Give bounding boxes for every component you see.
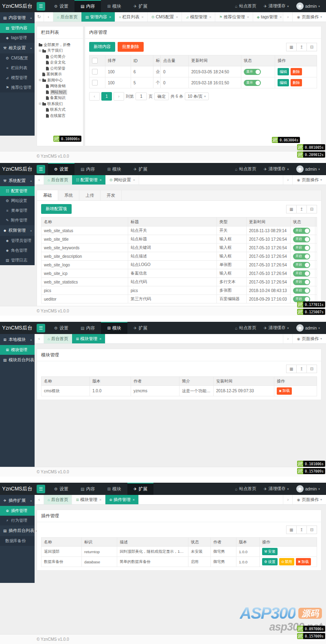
clear-cache-dropdown[interactable]: ✈ 清理缓存 ▾ [260,486,292,492]
clear-cache-dropdown[interactable]: ✈ 清理缓存 ▾ [260,325,292,331]
top-nav-item[interactable]: ✈ 扩展 [127,483,153,495]
status-toggle[interactable]: 显示 [244,69,261,75]
tabs-forward-button[interactable]: › [283,12,292,22]
tabs-back-button[interactable]: ‹ [44,12,53,22]
top-nav-item[interactable]: ✈ 扩展 [127,0,153,12]
thinkphp-trace-badge[interactable]: 0.157009s [297,468,325,474]
sidebar-group-header[interactable]: ▤ 模块后台列表 [0,355,35,365]
tab[interactable]: ⚑ 推荐位管理 × [215,12,253,22]
export-icon[interactable]: ↥ [296,365,307,373]
tree-node[interactable]: 案例展示 [39,72,81,78]
sidebar-item[interactable]: ⊕ 插件管理 [0,506,35,516]
tree-node[interactable]: ⊟ 联系我们 [39,101,81,107]
filter-columns-icon[interactable]: ▦ [286,365,297,373]
tree-node[interactable]: 在线留言 [39,113,81,119]
sidebar-item[interactable]: ▤ 管理日志 [0,255,35,265]
batch-delete-button[interactable]: 批量删除 [118,42,144,52]
current-page-button[interactable]: 1 [101,92,112,101]
sidebar-item[interactable]: ▤ 管理内容 [0,23,35,33]
export-icon[interactable]: ↥ [296,43,307,51]
filter-columns-icon[interactable]: ▦ [286,525,297,534]
tab-close-icon[interactable]: × [133,178,135,182]
sidebar-item[interactable]: 数据库备份 [0,536,35,546]
confirm-page-button[interactable]: 确定 [154,92,169,100]
sidebar-item[interactable]: ⚡ 行为管理 [0,516,35,525]
top-nav-item[interactable]: ▤ 内容 [74,0,101,12]
top-nav-item[interactable]: ⊞ 模块 [101,322,127,334]
tab-close-icon[interactable]: × [209,15,211,19]
print-icon[interactable]: ⊟ [306,525,317,534]
print-icon[interactable]: ⊟ [306,43,317,51]
add-config-button[interactable]: 新增配置项 [41,204,72,214]
user-menu[interactable]: ☻ admin ▾ [293,2,324,10]
tab[interactable]: ☷ 配置管理 × [72,175,105,185]
tab[interactable]: ⌂ 后台首页 [44,495,72,504]
tab[interactable]: ≡ 栏目列表 × [115,12,148,22]
prev-page-button[interactable]: ‹ [89,92,100,101]
tab[interactable]: ◆ tags管理 × [253,12,283,22]
uninstall-button[interactable]: ✖卸载 [277,387,292,395]
sidebar-item[interactable]: ⚙ 网站设置 [0,196,35,206]
thinkphp-trace-badge[interactable]: 0.209012s [297,152,325,158]
tab[interactable]: ▤ 管理内容 × [81,12,115,22]
tabs-back-button[interactable]: ‹ [35,334,44,343]
print-icon[interactable]: ⊟ [306,365,317,373]
collapse-icon[interactable]: ⊟ [39,79,42,82]
tab[interactable]: ⌂ 后台首页 [53,12,81,22]
collapse-icon[interactable]: ⊟ [39,102,42,106]
status-toggle[interactable]: 开启 [293,262,310,268]
tab[interactable]: ⚙ CMS配置 × [148,12,182,22]
sidebar-toggle-button[interactable]: ☰ [37,2,45,11]
sidebar-toggle-button[interactable]: ☰ [37,324,45,332]
sidebar-item[interactable]: ⊞ 模块管理 [0,345,35,355]
tab[interactable]: ⊕ 插件管理 × [105,495,139,504]
thinkphp-trace-badge[interactable]: 0.108006s [53,136,81,142]
top-nav-item[interactable]: ▤ 内容 [74,483,101,495]
sidebar-group-header[interactable]: ▤ 内容管理 ▴ [0,13,35,23]
filter-columns-icon[interactable]: ▦ [286,205,297,213]
tabs-back-button[interactable]: ‹ [35,495,44,504]
sidebar-toggle-button[interactable]: ☰ [37,165,45,174]
tab-close-icon[interactable]: × [99,498,101,502]
sidebar-group-header[interactable]: ☻ 权限管理 ▴ [0,225,35,236]
site-home-link[interactable]: ⌂ 站点首页 [231,166,260,172]
sidebar-item[interactable]: ✎ 附件管理 [0,215,35,225]
per-page-select[interactable]: 10 条/页▾ [185,92,208,100]
status-toggle[interactable]: 开启 [293,270,310,277]
top-nav-item[interactable]: ✈ 扩展 [127,322,153,334]
filter-columns-icon[interactable]: ▦ [286,43,297,51]
top-nav-item[interactable]: ⚙ 设置 [48,0,74,12]
tabs-forward-button[interactable]: › [283,175,292,185]
user-menu[interactable]: ☻ admin ▾ [293,165,324,173]
status-toggle[interactable]: 开启 [293,253,310,259]
next-page-button[interactable]: › [114,92,124,101]
top-nav-item[interactable]: ⚙ 设置 [48,163,74,175]
sidebar-item[interactable]: ⚑ 推荐位管理 [0,83,35,92]
delete-button[interactable]: 删除 [291,68,302,75]
tab-close-icon[interactable]: × [280,15,282,19]
add-content-button[interactable]: 新增内容 [89,42,115,52]
tree-node[interactable]: 企业文化 [39,60,81,66]
tree-node[interactable]: 公司简介 [39,54,81,60]
thinkphp-trace-badge[interactable]: 0.157009s [297,633,325,639]
sidebar-group-header[interactable]: ▤ 插件后台列表 ▴ [0,525,35,536]
row-checkbox[interactable] [92,69,98,75]
tree-node[interactable]: 公司荣誉 [39,66,81,72]
tab[interactable]: ⊞ 模块管理 × [72,495,105,504]
sidebar-group-header[interactable]: ✈ 插件扩展 ▴ [0,495,35,506]
tab-close-icon[interactable]: × [109,15,111,19]
tabs-back-button[interactable]: ‹ [35,175,44,185]
status-toggle[interactable]: 开启 [293,245,310,251]
export-icon[interactable]: ↥ [296,525,307,534]
sidebar-item[interactable]: ☻ 管理员管理 [0,236,35,246]
tab[interactable]: ⌂ 后台首页 [44,175,72,185]
sidebar-toggle-button[interactable]: ☰ [37,485,45,493]
print-icon[interactable]: ⊟ [306,205,317,213]
sidebar-item[interactable]: ≡ 菜单管理 [0,206,35,215]
sidebar-group-header[interactable]: ⊞ 本地模块 ▴ [0,334,35,345]
config-tab[interactable]: 基础 [37,190,58,200]
tree-node[interactable]: 备案知识 [39,95,81,101]
tab-close-icon[interactable]: × [141,15,143,19]
page-actions-dropdown[interactable]: ◉ 页面操作 ▾ [292,12,326,22]
sidebar-item[interactable]: ☻ 角色管理 [0,246,35,255]
